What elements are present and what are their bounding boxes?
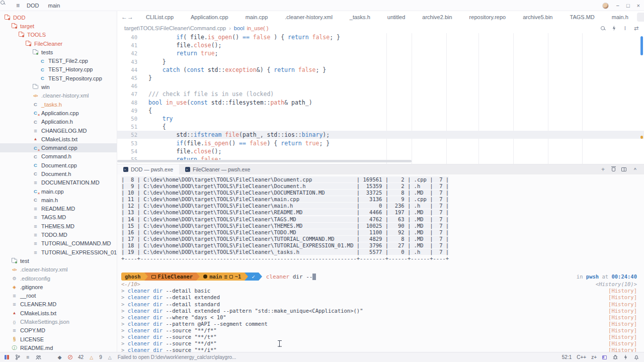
accounts-icon[interactable] [36,354,41,360]
split-terminal-icon[interactable] [621,167,626,171]
file-CMakeLists.txt[interactable]: ▲CMakeLists.txt [0,135,117,143]
code-line-47[interactable]: 47/// check if file is in use (locked) [117,90,644,98]
tab-_tasks.h[interactable]: _tasks.h [341,13,379,22]
file-TEST_Repository.cpp[interactable]: CTEST_Repository.cpp [0,74,117,82]
close-button[interactable]: × [637,3,640,9]
warnings-icon[interactable]: △ [89,354,94,360]
terminal-tab-FileCleaner — pwsh.exe[interactable]: FileCleaner — pwsh.exe [179,164,256,174]
file-.cleaner-history.xml[interactable]: </>.cleaner-history.xml [0,265,117,274]
back-button[interactable]: ← [121,14,127,21]
file-TODO.MD[interactable]: ≡TODO.MD [0,230,117,239]
code-line-43[interactable]: 43 } [117,58,644,66]
code-line-49[interactable]: 49{ [117,107,644,115]
code-line-44[interactable]: 44 catch (const std::exception&) { retur… [117,66,644,74]
file-CMakeLists.txt[interactable]: ▲CMakeLists.txt [0,309,117,317]
file-TUTORIAL_EXPRESSION_01.MD[interactable]: ≡TUTORIAL_EXPRESSION_01.MD [0,248,117,256]
folder-FileCleaner[interactable]: FileCleaner [0,39,117,48]
code-line-46[interactable]: 46 [117,82,644,90]
layout-icon[interactable] [602,355,607,359]
file-README.MD[interactable]: ≡README.MD [0,205,117,213]
code-line-41[interactable]: 41 file.close(); [117,41,644,49]
file-main.h[interactable]: Cmain.h [0,196,117,204]
folder-target[interactable]: target [0,22,117,30]
bug-icon[interactable] [612,354,618,360]
terminal-output[interactable]: | 8 | C:\dev\home\DOD\target\TOOLS\FileC… [117,174,644,352]
file-THEMES.MD[interactable]: ≡THEMES.MD [0,222,117,230]
file-_tasks.h[interactable]: C_tasks.h [0,100,117,109]
git-branch-icon[interactable] [15,354,20,360]
tab-archive2.bin[interactable]: archive2.bin [414,13,460,22]
minimize-button[interactable]: − [616,3,619,9]
tab-main.cpp[interactable]: main.cpp [237,13,277,22]
tab-TAGS.MD[interactable]: TAGS.MD [561,13,603,22]
menu-icon[interactable]: ≡ [16,2,20,9]
remote-icon[interactable] [5,355,9,359]
file-.gitignore[interactable]: ◈.gitignore [0,283,117,291]
code-editor[interactable]: 40 if( file.is_open() == false ) { retur… [117,33,644,164]
file-Application.h[interactable]: CApplication.h [0,118,117,126]
file-TEST_History.cpp[interactable]: CTEST_History.cpp [0,65,117,74]
tab-main.h[interactable]: main.h [603,13,637,22]
titlebar-branch-menu[interactable]: main [48,3,60,9]
file-main.cpp[interactable]: C×main.cpp [0,187,117,196]
tab-.cleaner-history.xml[interactable]: .cleaner-history.xml [276,13,341,22]
file-DOCUMENTATION.MD[interactable]: ≡DOCUMENTATION.MD [0,178,117,187]
file-TUTORIAL_COMMAND.MD[interactable]: ≡TUTORIAL_COMMAND.MD [0,239,117,248]
file-Document.h[interactable]: CDocument.h [0,169,117,178]
bell-icon[interactable] [633,354,639,360]
breadcrumb-path[interactable]: target\TOOLS\FileCleaner\Command.cpp [124,25,226,31]
file-Application.cpp[interactable]: C×Application.cpp [0,109,117,117]
code-line-42[interactable]: 42 return true; [117,49,644,57]
run-icon[interactable] [612,26,616,31]
language-mode[interactable]: C++ [577,354,586,360]
code-line-40[interactable]: 40 if( file.is_open() == false ) { retur… [117,33,644,41]
file-COPY.MD[interactable]: ≡COPY.MD [0,326,117,335]
file-Command.h[interactable]: CCommand.h [0,152,117,161]
file-TEST_File2.cpp[interactable]: CTEST_File2.cpp [0,56,117,65]
tab-untitled[interactable]: untitled [379,13,414,22]
warning-count[interactable]: 9 [99,354,102,360]
terminal-prompt[interactable]: ghoshFileCleanermain≡~1✓ cleaner dir -- … [121,272,644,281]
code-line-50[interactable]: 50 try [117,115,644,123]
tab-Application.cpp[interactable]: Application.cpp [182,13,237,22]
kill-terminal-icon[interactable] [612,167,615,171]
avatar[interactable] [602,3,609,9]
file-README.md[interactable]: ⓘREADME.md [0,343,117,352]
zoom-indicator[interactable]: z+ [591,354,597,360]
code-line-53[interactable]: 53 if(file.is_open() == false) { return … [117,139,644,147]
terminal-input[interactable]: cleaner dir -- [266,274,316,280]
folder-TOOLS[interactable]: TOOLS [0,31,117,39]
tab-archive5.bin[interactable]: archive5.bin [514,13,561,22]
code-line-45[interactable]: 45} [117,74,644,82]
search-icon[interactable] [46,354,52,360]
lightning-icon[interactable] [623,354,628,360]
titlebar-project-menu[interactable]: DOD [27,3,39,9]
file-CLEANER.MD[interactable]: ≡CLEANER.MD [0,300,117,309]
code-line-52[interactable]: 52 std::ifstream file(path_, std::ios::b… [117,131,644,139]
file-LICENSE[interactable]: §LICENSE [0,335,117,343]
extensions-icon[interactable]: ◆ [57,354,62,360]
maximize-button[interactable]: □ [626,3,630,9]
folder-test[interactable]: test [0,256,117,265]
tab-Command.cpp[interactable]: Command.cpp [637,13,644,22]
file-Command.cpp[interactable]: C×Command.cpp [0,143,117,152]
file-CHANGELOG.MD[interactable]: ≡CHANGELOG.MD [0,126,117,135]
file-TAGS.MD[interactable]: ≡TAGS.MD [0,213,117,222]
terminal-tab-DOD — pwsh.exe[interactable]: DOD — pwsh.exe [117,164,179,174]
file-Document.cpp[interactable]: CDocument.cpp [0,161,117,169]
file-CMakeSettings.json[interactable]: {}CMakeSettings.json [0,317,117,326]
file-.editorconfig[interactable]: ⚙.editorconfig [0,274,117,283]
status-message[interactable]: Failed to open D:\dev\work\energy_calc\s… [118,354,236,360]
cursor-tool-icon[interactable]: I [622,26,628,31]
code-line-54[interactable]: 54 file.close(); [117,147,644,155]
folder-tests[interactable]: tests [0,48,117,56]
folder-win[interactable]: win [0,82,117,91]
file-__root[interactable]: ≡__root [0,292,117,300]
forward-button[interactable]: → [127,14,133,21]
tab-repository.repo[interactable]: repository.repo [461,13,515,22]
error-count[interactable]: 42 [78,354,84,360]
maximize-panel-icon[interactable]: ^ [632,167,638,172]
code-line-48[interactable]: 48bool in_use(const std::filesystem::pat… [117,99,644,107]
folder-DOD[interactable]: DOD [0,13,117,22]
new-terminal-icon[interactable]: + [600,167,606,172]
